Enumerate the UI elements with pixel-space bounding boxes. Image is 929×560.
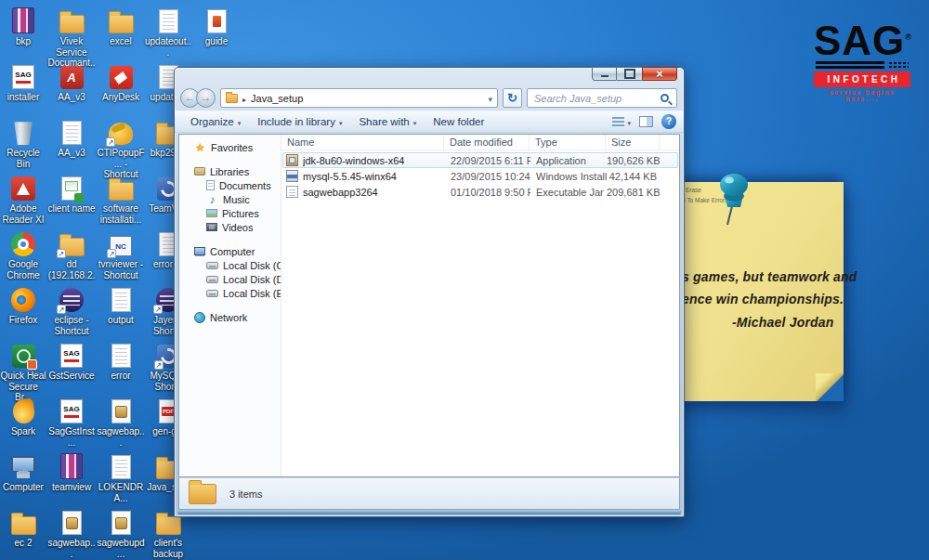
desktop-icon-updateout[interactable]: updateout... [144, 5, 192, 58]
nav-item-videos[interactable]: Videos [179, 220, 281, 234]
folder-icon [189, 484, 216, 504]
items-count: 3 items [229, 488, 262, 500]
desktop-icon-error[interactable]: error [97, 339, 145, 382]
search-input[interactable] [532, 92, 661, 105]
title-bar[interactable] [175, 68, 684, 85]
desktop-icon-guide[interactable]: guide [192, 5, 241, 47]
maximize-button[interactable] [617, 67, 642, 81]
desktop-icon-spark[interactable]: Spark [0, 395, 47, 437]
desktop-icon-teamview[interactable]: teamview [47, 450, 96, 493]
search-icon [661, 94, 669, 102]
search-box[interactable] [527, 88, 677, 108]
desktop-icon-eclipse-shortcut[interactable]: eclipse - Shortcut [47, 283, 96, 336]
file-row-jdk-8u60-windows-x64[interactable]: jdk-8u60-windows-x6422/09/2015 6:11 PMAp… [282, 152, 678, 168]
column-header-date-modified[interactable]: Date modified [444, 135, 530, 150]
text-file-icon [111, 344, 131, 368]
guide-doc-icon [207, 9, 227, 33]
note-curl [816, 373, 844, 401]
desktop-icon-aa-v3[interactable]: AA_v3 [47, 60, 96, 103]
desktop-icon-tvnviewer-shortcut[interactable]: tvnviewer - Shortcut [97, 228, 145, 280]
file-list: NameDate modifiedTypeSize jdk-8u60-windo… [281, 135, 679, 476]
desktop-icon-adobe-reader-xi[interactable]: Adobe Reader XI [0, 172, 47, 225]
nav-item-documents[interactable]: Documents [179, 178, 281, 192]
close-button[interactable] [642, 67, 677, 81]
toolbar-new-folder[interactable]: New folder [425, 113, 492, 130]
column-header-name[interactable]: Name [281, 135, 444, 150]
navigation-pane: FavoritesLibrariesDocumentsMusicPictures… [179, 135, 281, 476]
nav-item-favorites[interactable]: Favorites [179, 140, 281, 154]
desktop-icon-gstservice[interactable]: GstService [47, 339, 96, 382]
adobe-reader-icon [11, 176, 35, 201]
toolbar-include-in-library[interactable]: Include in library [249, 113, 350, 130]
desktop-icon-anydesk[interactable]: AnyDesk [97, 60, 145, 103]
nav-item-music[interactable]: Music [179, 192, 281, 206]
desktop-icon-sagwebap[interactable]: sagwebap... [97, 395, 145, 448]
desktop-icon-software-installati[interactable]: software installati... [97, 172, 145, 225]
address-dropdown-icon[interactable] [488, 93, 492, 104]
desktop-icon-recycle-bin[interactable]: Recycle Bin [0, 116, 47, 169]
file-row-sagwebapp3264[interactable]: sagwebapp326401/10/2018 9:50 PMExecutabl… [282, 184, 678, 200]
file-row-mysql-5-5-45-winx64[interactable]: mysql-5.5.45-winx6423/09/2015 10:24 ...W… [282, 168, 678, 184]
jar-file-icon [111, 511, 131, 535]
desktop-icon-aa-v3[interactable]: AA_v3 [47, 116, 96, 159]
caption-buttons [592, 67, 677, 81]
preview-pane-button[interactable] [639, 116, 653, 127]
desktop-icon-label: error [111, 371, 130, 382]
note-author: -Michael Jordan [732, 311, 857, 333]
chevron-down-icon [627, 116, 631, 127]
desktop-icon-label: sagwebap... [97, 426, 145, 448]
forward-button[interactable] [196, 88, 216, 108]
desktop-icon-output[interactable]: output [97, 283, 145, 326]
nav-item-libraries[interactable]: Libraries [179, 164, 281, 178]
column-header-size[interactable]: Size [606, 135, 660, 150]
desktop-icon-installer[interactable]: installer [0, 60, 47, 103]
shortcut-arrow-icon [154, 360, 164, 370]
refresh-button[interactable] [503, 88, 522, 108]
breadcrumb-path[interactable]: Java_setup [251, 93, 303, 104]
column-header-type[interactable]: Type [530, 135, 606, 150]
desktop-icon-label: AA_v3 [58, 148, 85, 159]
recycle-bin-icon [13, 120, 33, 145]
toolbar-organize[interactable]: Organize [182, 113, 249, 130]
disk-icon [206, 290, 218, 297]
toolbar: OrganizeInclude in libraryShare withNew … [175, 111, 684, 133]
desktop-icon-lokendra[interactable]: LOKENDRA... [97, 450, 145, 503]
desktop-icon-label: updateout... [144, 36, 192, 58]
computer-icon [194, 247, 205, 255]
firefox-icon [11, 288, 35, 312]
desktop-icon-label: installer [7, 92, 39, 103]
winrar-icon [12, 7, 34, 33]
jar-file-icon [62, 511, 82, 535]
nav-item-local-disk-e[interactable]: Local Disk (E:) [179, 286, 281, 300]
desktop-icon-bkp[interactable]: bkp [0, 5, 47, 47]
help-button[interactable] [661, 114, 676, 129]
music-icon [206, 193, 218, 205]
address-bar[interactable]: Java_setup [220, 88, 498, 108]
toolbar-share-with[interactable]: Share with [350, 113, 425, 130]
nav-item-local-disk-c[interactable]: Local Disk (C:) [179, 258, 281, 272]
desktop-icon-ctipopupf-shortcut[interactable]: CTIPopupF... - Shortcut [97, 116, 145, 180]
desktop-icon-saggstinst[interactable]: SagGstInst... [47, 395, 96, 448]
nav-item-local-disk-d[interactable]: Local Disk (D:) [179, 272, 281, 286]
text-file-icon [159, 9, 178, 33]
shortcut-arrow-icon [107, 249, 116, 258]
change-view-button[interactable] [612, 116, 631, 127]
calc-file-icon [61, 176, 82, 201]
nav-item-network[interactable]: Network [179, 310, 281, 324]
push-pin-icon [710, 169, 758, 228]
favorites-star-icon [194, 141, 206, 153]
nav-item-computer[interactable]: Computer [179, 244, 281, 258]
desktop-icon-client-name[interactable]: client name [47, 172, 96, 215]
desktop-icon-google-chrome[interactable]: Google Chrome [0, 228, 47, 280]
desktop-icon-sagwebap[interactable]: sagwebap... [47, 506, 96, 559]
desktop-icon-dd-192-168-2[interactable]: dd (192.168.2... [47, 228, 96, 292]
desktop-icon-computer[interactable]: Computer [0, 450, 47, 493]
desktop-icon-sagwebupd[interactable]: sagwebupd... [97, 506, 145, 559]
desktop-icon-label: excel [110, 36, 131, 47]
minimize-button[interactable] [592, 67, 617, 81]
desktop-icon-ec-2[interactable]: ec 2 [0, 506, 47, 549]
nav-item-pictures[interactable]: Pictures [179, 206, 281, 220]
desktop-icon-firefox[interactable]: Firefox [0, 283, 47, 326]
desktop-icon-excel[interactable]: excel [97, 5, 145, 47]
desktop-icon-quick-heal-secure-br[interactable]: Quick Heal Secure Br... [0, 339, 47, 403]
